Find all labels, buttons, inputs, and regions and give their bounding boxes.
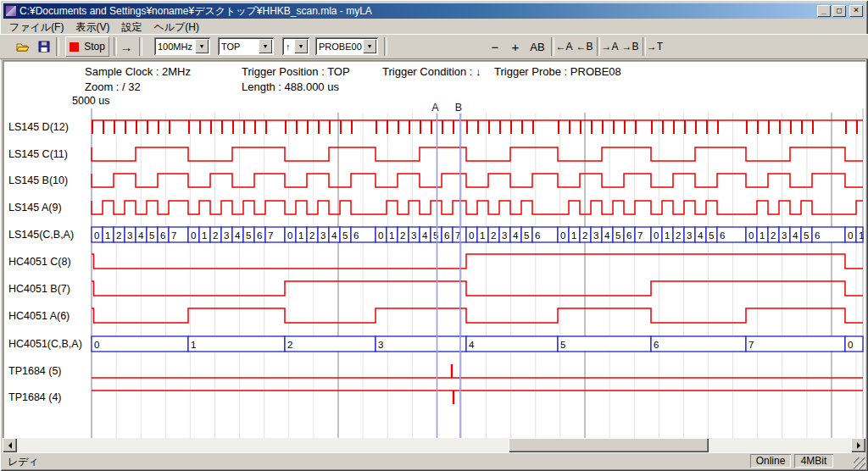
- toolbar-separator: [56, 37, 59, 56]
- goto-a-left-button[interactable]: ←A: [555, 36, 573, 57]
- toolbar: Stop → 100MHz ▼ TOP ▼ ↑ ▼ PROBE00 ▼ − + …: [0, 34, 868, 59]
- close-button[interactable]: ×: [849, 5, 863, 17]
- waveform-client-area: Sample Clock : 2MHz Trigger Position : T…: [3, 60, 865, 438]
- goto-b-left-button[interactable]: ←B: [576, 36, 593, 57]
- open-folder-icon: [16, 42, 30, 53]
- zoom-ab-button[interactable]: AB: [527, 36, 548, 57]
- info-trigger-condition: Trigger Condition : ↓: [382, 65, 481, 78]
- trigger-edge-combo[interactable]: ↑ ▼: [282, 37, 309, 55]
- chevron-down-icon[interactable]: ▼: [363, 39, 376, 53]
- scroll-right-button[interactable]: [851, 438, 865, 452]
- zoom-out-button[interactable]: −: [487, 36, 503, 57]
- run-button[interactable]: →: [116, 36, 136, 57]
- chevron-down-icon[interactable]: ▼: [294, 39, 308, 53]
- scroll-left-button[interactable]: [3, 438, 17, 452]
- status-bar: レディ Online 4MBit: [3, 452, 865, 469]
- window-title: C:¥Documents and Settings¥noname¥デスクトップ¥…: [19, 3, 817, 19]
- info-sample-clock: Sample Clock : 2MHz: [85, 65, 191, 78]
- zoom-in-button[interactable]: +: [508, 36, 523, 57]
- sample-clock-value: 100MHz: [154, 42, 195, 52]
- menu-view[interactable]: 表示(V): [70, 19, 115, 33]
- chevron-down-icon[interactable]: ▼: [195, 39, 209, 53]
- info-trigger-probe: Trigger Probe : PROBE08: [494, 65, 621, 78]
- status-ready-text: レディ: [8, 455, 39, 469]
- toolbar-separator: [139, 37, 142, 56]
- trigger-probe-combo[interactable]: PROBE00 ▼: [315, 37, 378, 55]
- trigger-probe-value: PROBE00: [315, 42, 363, 52]
- menu-help[interactable]: ヘルプ(H): [147, 19, 205, 33]
- status-online-badge: Online: [750, 454, 791, 468]
- menu-file[interactable]: ファイル(F): [3, 19, 70, 33]
- chevron-down-icon[interactable]: ▼: [259, 39, 272, 53]
- toolbar-separator: [597, 37, 600, 56]
- stop-button[interactable]: Stop: [65, 36, 109, 57]
- stop-icon: [70, 42, 79, 52]
- triangle-left-icon: [5, 442, 12, 449]
- save-button[interactable]: [35, 36, 53, 57]
- floppy-icon: [38, 41, 50, 53]
- status-memory-badge: 4MBit: [794, 454, 833, 468]
- resize-grip[interactable]: [854, 457, 865, 469]
- triangle-right-icon: [857, 442, 864, 449]
- trigger-edge-value: ↑: [282, 42, 294, 52]
- info-zoom: Zoom : / 32: [85, 80, 141, 93]
- menu-settings[interactable]: 設定: [115, 19, 147, 33]
- toolbar-separator: [551, 37, 554, 56]
- menu-bar: ファイル(F) 表示(V) 設定 ヘルプ(H): [3, 19, 865, 33]
- title-bar: C:¥Documents and Settings¥noname¥デスクトップ¥…: [3, 3, 865, 19]
- horizontal-scrollbar[interactable]: [3, 438, 865, 452]
- goto-b-right-button[interactable]: →B: [621, 36, 639, 57]
- scrollbar-thumb[interactable]: [509, 438, 709, 452]
- maximize-button[interactable]: □: [832, 5, 846, 17]
- app-window: C:¥Documents and Settings¥noname¥デスクトップ¥…: [0, 0, 868, 471]
- minimize-button[interactable]: _: [817, 5, 831, 17]
- app-icon: [5, 5, 17, 17]
- toolbar-separator: [384, 37, 387, 56]
- goto-a-right-button[interactable]: →A: [601, 36, 619, 57]
- info-length: Length : 488.000 us: [242, 80, 339, 93]
- open-file-button[interactable]: [14, 36, 32, 57]
- trigger-position-value: TOP: [218, 42, 259, 52]
- trigger-position-combo[interactable]: TOP ▼: [218, 37, 274, 55]
- sample-clock-combo[interactable]: 100MHz ▼: [154, 37, 210, 55]
- info-trigger-position: Trigger Position : TOP: [242, 65, 350, 78]
- goto-trigger-button[interactable]: →T: [646, 36, 664, 57]
- stop-label: Stop: [84, 41, 105, 53]
